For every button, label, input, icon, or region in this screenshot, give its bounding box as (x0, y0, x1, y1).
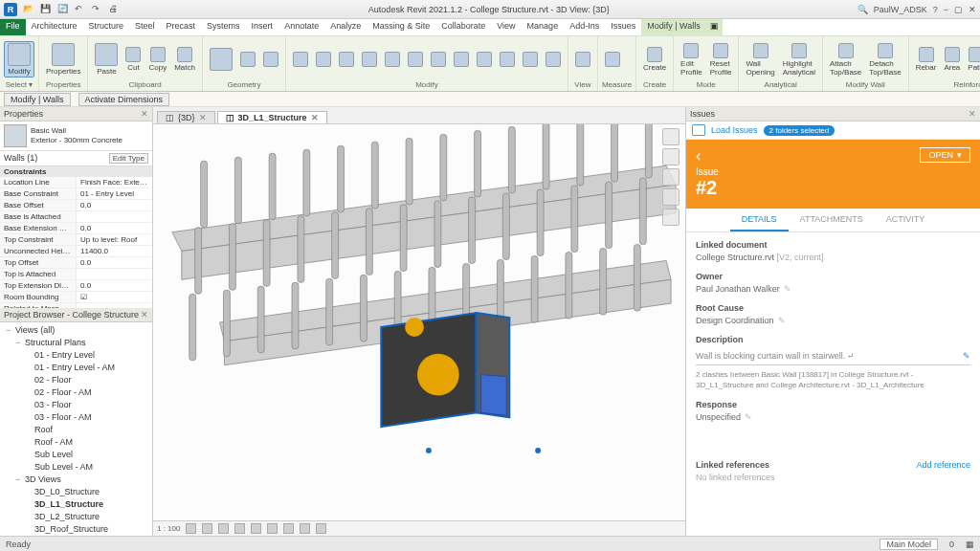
reset-profile-button[interactable]: Reset Profile (707, 42, 735, 77)
viewport-3d[interactable] (153, 124, 685, 520)
tree-twisty-icon[interactable]: − (15, 474, 25, 486)
view-tab-close-icon[interactable]: ✕ (311, 113, 319, 122)
ribbon-tab-issues[interactable]: Issues (605, 19, 641, 35)
workset-selector[interactable]: Main Model (880, 539, 938, 550)
ribbon-tab-steel[interactable]: Steel (129, 19, 161, 35)
paste-button[interactable]: Paste (92, 42, 121, 77)
offset-button[interactable] (474, 51, 495, 69)
ribbon-tab-analyze[interactable]: Analyze (324, 19, 367, 35)
ribbon-tab-collaborate[interactable]: Collaborate (435, 19, 491, 35)
rebar-button[interactable]: Rebar (913, 46, 940, 73)
nav-bar[interactable] (662, 128, 681, 226)
detach-top-base-button[interactable]: Detach Top/Base (866, 42, 903, 77)
tree-node[interactable]: Roof (0, 424, 152, 436)
view-tab-close-icon[interactable]: ✕ (199, 113, 207, 122)
tree-node[interactable]: 3D_L0_Structure (0, 486, 152, 498)
tree-node[interactable]: 3D_L2_Structure (0, 511, 152, 523)
prop-group-constraints[interactable]: Constraints (0, 166, 152, 177)
cut-button[interactable]: Cut (122, 46, 144, 73)
crop-region-icon[interactable] (267, 523, 278, 534)
browser-close-icon[interactable]: ✕ (141, 310, 148, 320)
scale-button[interactable] (405, 51, 426, 69)
tree-node[interactable]: 03 - Floor - AM (0, 411, 152, 424)
reveal-icon[interactable] (316, 523, 326, 534)
viewcube-icon[interactable] (662, 148, 679, 165)
tree-node[interactable]: Roof - AM (0, 436, 152, 449)
ribbon-tab-precast[interactable]: Precast (161, 19, 202, 35)
prop-row[interactable]: Base Constraint01 - Entry Level (0, 188, 152, 200)
tree-node[interactable]: 3D_Roof_Structure (0, 523, 152, 536)
mirror-button[interactable] (359, 51, 380, 69)
qat-undo-icon[interactable]: ↶ (75, 4, 86, 15)
tree-node[interactable]: −3D Views (0, 474, 152, 486)
ribbon-tab-architecture[interactable]: Architecture (26, 19, 83, 35)
ribbon-tab-structure[interactable]: Structure (83, 19, 130, 35)
pin-button[interactable] (520, 51, 541, 69)
attach-top-base-button[interactable]: Attach Top/Base (827, 42, 864, 77)
tree-node[interactable]: 03 - Floor (0, 399, 152, 411)
temp-hide-icon[interactable] (300, 523, 310, 534)
type-thumbnail[interactable] (4, 124, 27, 147)
modify-button[interactable]: Modify (4, 41, 34, 77)
ribbon-tab-insert[interactable]: Insert (246, 19, 279, 35)
ribbon-tab-modify-walls[interactable]: Modify | Walls (641, 19, 706, 35)
lock-3d-icon[interactable] (283, 523, 294, 534)
join-button[interactable] (260, 51, 281, 69)
view-scale[interactable]: 1 : 100 (157, 524, 180, 533)
measure-button[interactable] (602, 51, 623, 69)
prop-row[interactable]: Top ConstraintUp to level: Roof (0, 234, 152, 246)
ribbon-tab-file[interactable]: File (0, 19, 26, 35)
filter-icon[interactable]: ▦ (966, 540, 974, 549)
wall-opening-button[interactable]: Wall Opening (743, 42, 777, 77)
ribbon-tab-systems[interactable]: Systems (201, 19, 246, 35)
zoom-icon[interactable] (662, 188, 679, 206)
prop-row[interactable]: Top is Attached (0, 269, 152, 280)
prop-row[interactable]: Base Offset0.0 (0, 200, 152, 211)
sun-path-icon[interactable] (218, 523, 229, 534)
ribbon-tab-view[interactable]: View (491, 19, 521, 35)
trim-button[interactable] (428, 51, 449, 69)
crop-icon[interactable] (251, 523, 261, 534)
tab-attachments[interactable]: ATTACHMENTS (789, 209, 875, 231)
issue-status-button[interactable]: OPEN▾ (920, 147, 970, 163)
tree-node[interactable]: 02 - Floor - AM (0, 386, 152, 399)
shadows-icon[interactable] (234, 523, 245, 534)
qat-save-icon[interactable]: 💾 (40, 4, 52, 15)
maximize-icon[interactable]: ▢ (954, 5, 963, 14)
qat-open-icon[interactable]: 📂 (23, 4, 34, 15)
copy-button[interactable] (313, 51, 334, 69)
align-button[interactable] (451, 51, 472, 69)
prop-row[interactable]: Unconnected Height11400.0 (0, 246, 152, 257)
move-button[interactable] (290, 51, 311, 69)
instance-filter[interactable]: Walls (1) (4, 153, 37, 164)
tree-node[interactable]: −Structural Plans (0, 337, 152, 349)
prop-row[interactable]: Base Extension Distan…0.0 (0, 223, 152, 234)
copy-button[interactable]: Copy (145, 46, 169, 73)
tree-twisty-icon[interactable]: − (15, 337, 25, 349)
minimize-icon[interactable]: − (944, 5, 948, 14)
project-browser[interactable]: −Views (all)−Structural Plans01 - Entry … (0, 322, 152, 536)
rotate-button[interactable] (336, 51, 357, 69)
prop-row[interactable]: Room Bounding☑ (0, 292, 152, 303)
tree-node[interactable]: −Views (all) (0, 324, 152, 337)
description-field[interactable]: Wall is blocking curtain wall in stairwe… (696, 347, 970, 365)
tab-activity[interactable]: ACTIVITY (875, 209, 937, 231)
delete-button[interactable] (543, 51, 564, 69)
edit-owner-icon[interactable]: ✎ (784, 284, 791, 294)
qat-redo-icon[interactable]: ↷ (92, 4, 103, 15)
match-button[interactable]: Match (171, 46, 198, 73)
create-button[interactable]: Create (640, 46, 669, 73)
edit-description-icon[interactable]: ✎ (963, 351, 970, 361)
tree-node[interactable]: 3D_L1_Structure (0, 498, 152, 511)
view-tab[interactable]: ◫{3D}✕ (157, 111, 215, 123)
edit-profile-button[interactable]: Edit Profile (678, 42, 705, 77)
tree-node[interactable]: Sub Level (0, 449, 152, 461)
add-reference-link[interactable]: Add reference (916, 460, 970, 470)
properties-button[interactable]: Properties (43, 42, 83, 77)
prop-row[interactable]: Location LineFinish Face: Exterior (0, 177, 152, 188)
orbit-icon[interactable] (662, 209, 679, 226)
array-button[interactable] (382, 51, 403, 69)
detail-level-icon[interactable] (186, 523, 196, 534)
edit-rootcause-icon[interactable]: ✎ (778, 316, 786, 325)
ribbon-tab-annotate[interactable]: Annotate (278, 19, 324, 35)
